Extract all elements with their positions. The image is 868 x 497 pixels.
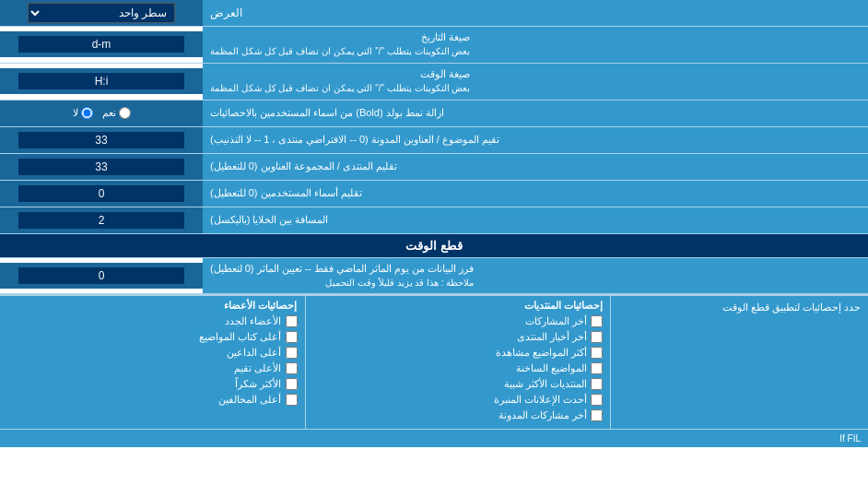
time-format-input[interactable] (18, 73, 184, 89)
check-announcements-cb[interactable] (591, 394, 603, 406)
topic-order-label: تقيم الموضوع / العناوين المدونة (0 -- ال… (203, 127, 868, 153)
forum-order-label: تقليم المنتدى / المجموعة العناوين (0 للت… (203, 154, 868, 180)
bold-remove-radio-cell: نعم لا (0, 101, 203, 126)
check-last-posts: أخر المشاركات (313, 315, 604, 327)
check-top-violators-cb[interactable] (286, 394, 298, 406)
display-select[interactable]: سطر واحد سطرين ثلاثة أسطر (28, 3, 175, 23)
cell-spacing-input-cell (0, 207, 203, 233)
date-format-input-cell (0, 31, 203, 57)
check-most-thanked: الأكثر شكراً (7, 378, 298, 390)
check-top-inviters: أعلى الداعين (7, 347, 298, 359)
check-most-viewed: أكثر المواضيع مشاهدة (313, 347, 604, 359)
username-trim-input[interactable] (18, 185, 184, 202)
member-stats-col: إحصائيات الأعضاء الأعضاء الجدد أعلى كتاب… (0, 296, 305, 429)
time-format-label: صيغة الوقتبعض التكوينات يتطلب "/" التي ي… (203, 64, 868, 100)
check-blog-posts: أخر مشاركات المدونة (313, 409, 604, 421)
check-new-members-cb[interactable] (286, 315, 298, 327)
time-format-row: صيغة الوقتبعض التكوينات يتطلب "/" التي ي… (0, 64, 868, 101)
check-hot-topics-cb[interactable] (591, 362, 603, 374)
username-trim-label: تقليم أسماء المستخدمين (0 للتعطيل) (203, 181, 868, 207)
check-most-viewed-cb[interactable] (591, 347, 603, 359)
cell-spacing-input[interactable] (18, 212, 184, 229)
display-label: العرض (203, 0, 868, 26)
check-similar-forums: المنتديات الأكثر شبية (313, 378, 604, 390)
date-format-input[interactable] (18, 36, 184, 53)
forum-stats-col: إحصائيات المنتديات أخر المشاركات أخر أخب… (305, 296, 611, 429)
check-forum-news: أخر أخبار المنتدى (313, 331, 604, 343)
check-most-thanked-cb[interactable] (286, 378, 298, 390)
bold-yes-label[interactable]: نعم (102, 107, 131, 119)
bottom-note: If FIL (0, 429, 868, 447)
cell-spacing-row: المسافة بين الخلايا (بالبكسل) (0, 207, 868, 234)
check-new-members: الأعضاء الجدد (7, 315, 298, 327)
check-top-writers: أعلى كتاب المواضيع (7, 331, 298, 343)
forum-order-input[interactable] (18, 159, 184, 175)
topic-order-input[interactable] (18, 132, 184, 148)
date-format-row: صيغة التاريخبعض التكوينات يتطلب "/" التي… (0, 27, 868, 64)
date-format-label: صيغة التاريخبعض التكوينات يتطلب "/" التي… (203, 27, 868, 63)
member-stats-title: إحصائيات الأعضاء (7, 300, 298, 312)
cutoff-input-cell (0, 263, 203, 289)
display-select-cell: سطر واحد سطرين ثلاثة أسطر (0, 0, 203, 26)
time-format-input-cell (0, 68, 203, 94)
cutoff-input[interactable] (18, 267, 184, 284)
check-similar-forums-cb[interactable] (591, 378, 603, 390)
check-top-writers-cb[interactable] (286, 331, 298, 343)
stats-label: حدد إحصائيات لتطبيق قطع الوقت (610, 296, 868, 429)
forum-stats-title: إحصائيات المنتديات (313, 300, 604, 312)
check-top-rated: الأعلى تقيم (7, 362, 298, 374)
bold-remove-label: ازالة نمط بولد (Bold) من اسماء المستخدمي… (203, 101, 868, 126)
check-top-violators: أعلى المخالفين (7, 394, 298, 406)
cutoff-row-label: فرز البيانات من يوم الماثر الماضي فقط --… (203, 258, 868, 294)
cell-spacing-label: المسافة بين الخلايا (بالبكسل) (203, 207, 868, 233)
topic-order-input-cell (0, 127, 203, 153)
check-top-inviters-cb[interactable] (286, 347, 298, 359)
check-last-posts-cb[interactable] (591, 315, 603, 327)
bold-remove-row: ازالة نمط بولد (Bold) من اسماء المستخدمي… (0, 101, 868, 127)
bold-no-label[interactable]: لا (73, 107, 93, 119)
cutoff-header: قطع الوقت (0, 234, 868, 258)
forum-order-input-cell (0, 154, 203, 180)
bold-yes-radio[interactable] (119, 107, 131, 119)
stats-section: حدد إحصائيات لتطبيق قطع الوقت إحصائيات ا… (0, 294, 868, 429)
topic-order-row: تقيم الموضوع / العناوين المدونة (0 -- ال… (0, 127, 868, 154)
check-forum-news-cb[interactable] (591, 331, 603, 343)
bold-no-radio[interactable] (81, 107, 93, 119)
username-trim-input-cell (0, 181, 203, 207)
cutoff-row: فرز البيانات من يوم الماثر الماضي فقط --… (0, 258, 868, 295)
check-top-rated-cb[interactable] (286, 362, 298, 374)
check-hot-topics: المواضيع الساخنة (313, 362, 604, 374)
check-blog-posts-cb[interactable] (591, 409, 603, 421)
forum-order-row: تقليم المنتدى / المجموعة العناوين (0 للت… (0, 154, 868, 181)
display-row: العرض سطر واحد سطرين ثلاثة أسطر (0, 0, 868, 27)
username-trim-row: تقليم أسماء المستخدمين (0 للتعطيل) (0, 181, 868, 207)
check-announcements: أحدث الإعلانات المنبرة (313, 394, 604, 406)
